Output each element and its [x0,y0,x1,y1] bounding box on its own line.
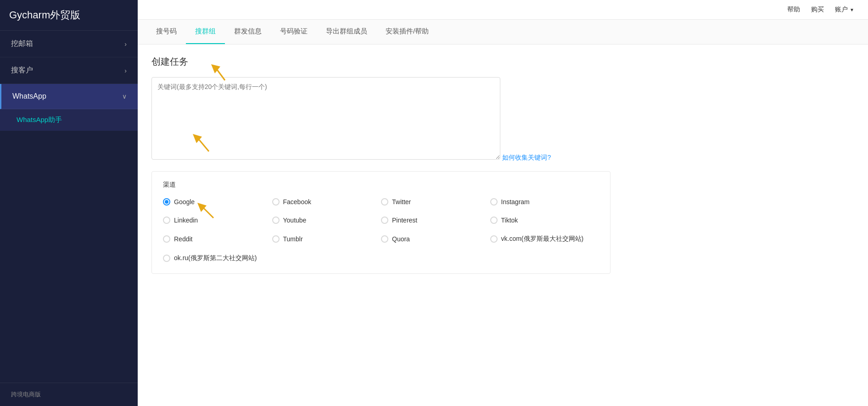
sidebar-item-whatsapp[interactable]: WhatsApp ∨ [0,84,138,109]
sidebar-item-label: 搜客户 [11,66,33,75]
channel-twitter[interactable]: Twitter [381,196,490,207]
channel-google[interactable]: Google [163,196,272,207]
tab-search-group[interactable]: 搜群组 [186,20,225,44]
radio-facebook[interactable] [272,198,280,206]
channel-pinterest-label: Pinterest [392,217,417,224]
channel-instagram-label: Instagram [501,198,530,206]
account-label: 账户 [835,6,848,14]
radio-linkedin[interactable] [163,217,170,224]
topbar: 帮助 购买 账户 ▼ [138,0,868,20]
sidebar-bottom: 跨境电商版 [0,383,138,406]
channel-youtube[interactable]: Youtube [272,215,381,226]
app-logo: Gycharm外贸版 [0,0,138,31]
keyword-textarea[interactable] [151,77,500,160]
channel-youtube-label: Youtube [283,217,307,224]
channel-okru-label: ok.ru(俄罗斯第二大社交网站) [174,254,257,262]
help-link[interactable]: 帮助 [787,6,800,14]
account-arrow-icon: ▼ [850,7,854,12]
channel-facebook-label: Facebook [283,198,311,206]
sidebar-sub-item-whatsapp-assistant[interactable]: WhatsApp助手 [0,109,138,131]
sidebar-sub-item-label: WhatsApp助手 [17,116,62,123]
channel-instagram[interactable]: Instagram [490,196,599,207]
account-menu[interactable]: 账户 ▼ [835,6,854,14]
radio-tumblr[interactable] [272,235,280,243]
channel-linkedin-label: Linkedin [174,217,198,224]
buy-link[interactable]: 购买 [811,6,824,14]
radio-tiktok[interactable] [490,217,498,224]
page-content: 创建任务 如何收集关键词? 渠道 Google Facebook Twitter [138,44,868,406]
tab-export-members[interactable]: 导出群组成员 [317,20,376,44]
channel-vk-label: vk.com(俄罗斯最大社交网站) [501,235,584,243]
channel-vk[interactable]: vk.com(俄罗斯最大社交网站) [490,233,599,245]
channel-pinterest[interactable]: Pinterest [381,215,490,226]
chevron-right-icon: › [124,40,127,48]
keyword-help-link[interactable]: 如何收集关键词? [502,154,551,162]
radio-instagram[interactable] [490,198,498,206]
chevron-down-icon: ∨ [122,93,127,100]
channel-label: 渠道 [163,181,599,189]
sidebar-item-customers[interactable]: 搜客户 › [0,57,138,84]
channel-section: 渠道 Google Facebook Twitter Instagram [151,171,610,274]
channel-okru[interactable]: ok.ru(俄罗斯第二大社交网站) [163,252,272,264]
main-content: 帮助 购买 账户 ▼ 搜号码 搜群组 群发信息 号码验证 导出群组成员 安装插件… [138,0,868,406]
page-title: 创建任务 [151,56,854,68]
sidebar: Gycharm外贸版 挖邮箱 › 搜客户 › WhatsApp ∨ WhatsA… [0,0,138,406]
sidebar-item-label: WhatsApp [12,92,46,100]
sidebar-bottom-label: 跨境电商版 [11,391,41,398]
logo-suffix: 外贸版 [50,9,80,21]
channel-linkedin[interactable]: Linkedin [163,215,272,226]
channel-twitter-label: Twitter [392,198,411,206]
channel-tiktok[interactable]: Tiktok [490,215,599,226]
channel-tiktok-label: Tiktok [501,217,518,224]
tab-search-number[interactable]: 搜号码 [147,20,186,44]
channel-quora[interactable]: Quora [381,233,490,245]
sidebar-item-label: 挖邮箱 [11,39,33,49]
tab-number-verify[interactable]: 号码验证 [271,20,317,44]
channel-quora-label: Quora [392,235,410,243]
channel-tumblr[interactable]: Tumblr [272,233,381,245]
channel-reddit[interactable]: Reddit [163,233,272,245]
sidebar-item-mailbox[interactable]: 挖邮箱 › [0,31,138,57]
radio-quora[interactable] [381,235,388,243]
chevron-right-icon: › [124,67,127,74]
radio-twitter[interactable] [381,198,388,206]
tab-broadcast[interactable]: 群发信息 [225,20,271,44]
tab-install-help[interactable]: 安装插件/帮助 [376,20,438,44]
radio-youtube[interactable] [272,217,280,224]
radio-okru[interactable] [163,255,170,262]
channel-tumblr-label: Tumblr [283,235,303,243]
radio-google[interactable] [163,198,170,206]
tab-bar: 搜号码 搜群组 群发信息 号码验证 导出群组成员 安装插件/帮助 [138,20,868,44]
channel-google-label: Google [174,198,195,206]
channel-grid: Google Facebook Twitter Instagram [163,196,599,264]
channel-reddit-label: Reddit [174,235,192,243]
logo-brand: Gycharm [9,9,50,21]
radio-reddit[interactable] [163,235,170,243]
channel-facebook[interactable]: Facebook [272,196,381,207]
radio-vk[interactable] [490,235,498,243]
radio-pinterest[interactable] [381,217,388,224]
